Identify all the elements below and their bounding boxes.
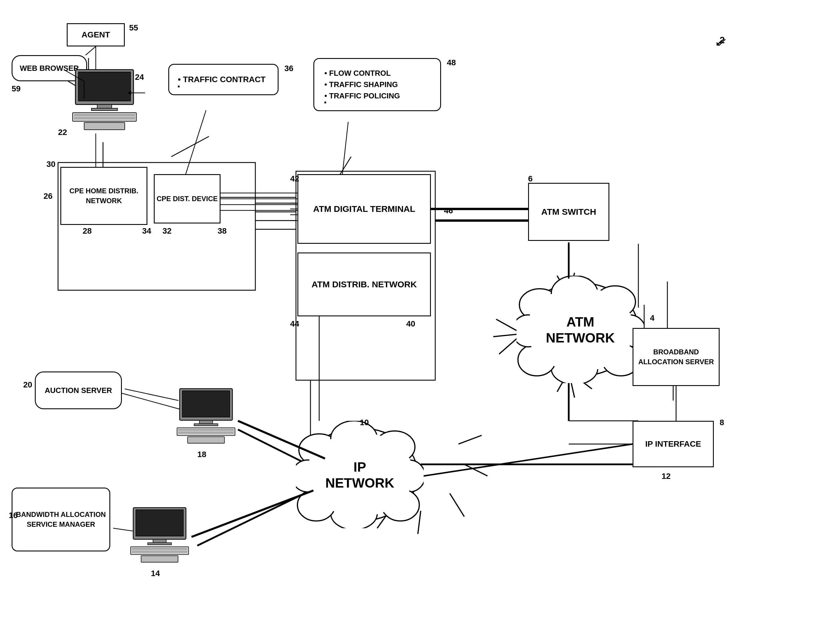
svg-rect-96	[132, 548, 188, 550]
n8: 8	[720, 418, 724, 427]
atm-switch-box: ATM SWITCH	[528, 183, 609, 241]
atm-digital-number: 42	[290, 174, 299, 183]
bot-computer	[128, 505, 192, 563]
svg-rect-90	[188, 437, 224, 444]
svg-line-119	[424, 444, 632, 476]
flow-control-bubble: • FLOW CONTROL • TRAFFIC SHAPING • TRAFF…	[314, 58, 441, 111]
cpe-dist-box: CPE DIST. DEVICE	[154, 174, 221, 224]
svg-rect-52	[78, 72, 131, 101]
ip-interface-number: 12	[662, 472, 671, 481]
svg-rect-56	[74, 114, 135, 116]
traffic-contract-number: 36	[284, 64, 293, 73]
agent-box: AGENT	[67, 23, 125, 46]
svg-rect-88	[178, 429, 234, 431]
ip-network-number: 10	[360, 418, 369, 427]
svg-line-128	[125, 389, 178, 401]
mid-computer-number: 18	[197, 450, 206, 459]
atm-distrib-number: 44	[290, 319, 299, 328]
flow-control-number: 48	[447, 58, 456, 67]
atm-network-number: 4	[650, 313, 655, 323]
atm-network-cloud: ATM NETWORK	[517, 276, 644, 383]
auction-server-box: AUCTION SERVER	[35, 371, 122, 409]
bandwidth-number: 16	[9, 511, 18, 520]
n40: 40	[406, 319, 415, 328]
svg-text:NETWORK: NETWORK	[325, 475, 394, 491]
bandwidth-box: BANDWIDTH ALLOCATION SERVICE MANAGER	[12, 488, 110, 551]
svg-point-80	[306, 432, 413, 516]
svg-point-68	[526, 287, 634, 371]
cpe-home-number: 26	[44, 191, 52, 201]
bot-computer-number: 14	[151, 569, 160, 578]
svg-line-127	[122, 393, 180, 409]
svg-rect-86	[194, 424, 218, 426]
svg-rect-84	[182, 391, 230, 417]
traffic-contract-text: • TRAFFIC CONTRACT	[178, 73, 269, 85]
atm-distrib-box: ATM DISTRIB. NETWORK	[298, 253, 431, 316]
svg-line-106	[186, 110, 206, 174]
broadband-box: BROADBAND ALLOCATION SERVER	[632, 328, 720, 386]
svg-rect-98	[141, 556, 178, 562]
agent-number: 55	[129, 23, 138, 33]
traffic-contract-bubble: • TRAFFIC CONTRACT	[168, 64, 279, 95]
n34: 34	[142, 226, 151, 236]
svg-rect-58	[84, 123, 125, 130]
svg-rect-97	[132, 551, 188, 552]
diagram: 2 ↙ AGENT 55 WEB BROWSER 59 22 24 • TRAF…	[0, 0, 829, 644]
svg-rect-89	[178, 432, 234, 434]
cpe-dist-number: 32	[162, 226, 172, 236]
flow-control-text: • FLOW CONTROL • TRAFFIC SHAPING • TRAFF…	[325, 68, 430, 102]
svg-text:IP: IP	[353, 459, 366, 475]
n30: 30	[46, 159, 55, 169]
user-computer	[69, 67, 139, 131]
svg-line-48	[464, 464, 487, 476]
svg-line-100	[86, 46, 96, 55]
web-browser-number: 59	[12, 84, 20, 93]
atm-digital-box: ATM DIGITAL TERMINAL	[298, 174, 431, 244]
computer-top-number: 22	[58, 128, 67, 137]
svg-rect-57	[74, 117, 135, 119]
svg-text:NETWORK: NETWORK	[546, 330, 615, 346]
svg-line-107	[342, 122, 348, 174]
svg-line-49	[459, 435, 482, 444]
arrow-24-number: 24	[135, 73, 144, 82]
svg-rect-94	[148, 543, 172, 545]
svg-rect-54	[91, 108, 118, 110]
n46: 46	[444, 206, 453, 215]
auction-server-number: 20	[23, 380, 32, 390]
ip-interface-box: IP INTERFACE	[632, 421, 714, 467]
n28: 28	[83, 226, 92, 236]
ip-network-cloud: IP NETWORK	[296, 421, 424, 528]
n38: 38	[217, 226, 227, 236]
svg-rect-92	[136, 510, 183, 536]
svg-line-19	[197, 493, 305, 546]
svg-line-121	[192, 491, 314, 537]
cpe-home-box: CPE HOME DISTRIB. NETWORK	[60, 167, 147, 225]
mid-computer	[174, 386, 238, 444]
svg-line-47	[450, 493, 464, 516]
svg-line-22	[171, 136, 209, 157]
svg-text:ATM: ATM	[566, 314, 594, 329]
atm-switch-number: 6	[528, 174, 533, 183]
